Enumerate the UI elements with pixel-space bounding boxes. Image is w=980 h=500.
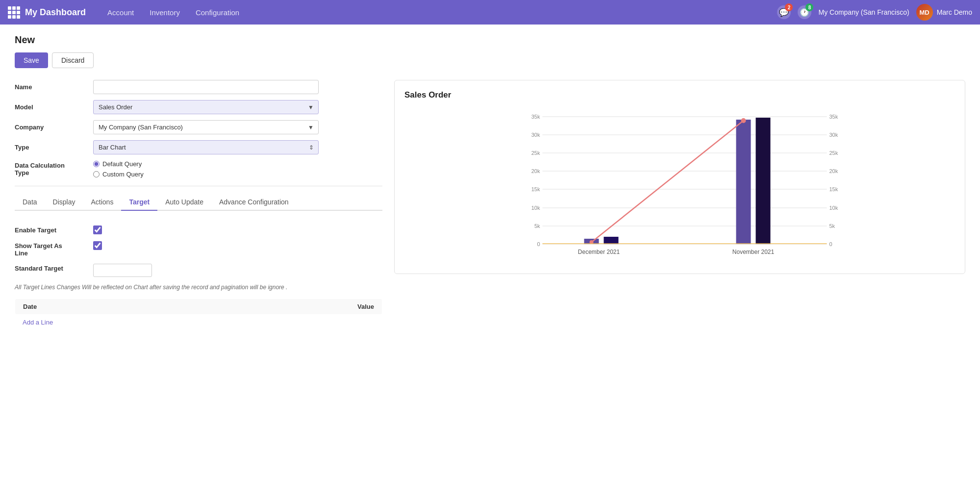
svg-text:10k: 10k <box>531 205 540 211</box>
avatar-initials: MD <box>916 4 933 21</box>
tab-auto-update[interactable]: Auto Update <box>157 194 211 211</box>
target-lines-table: Date Value <box>15 299 382 315</box>
standard-target-row: Standard Target 60.00 <box>15 264 382 277</box>
company-name: My Company (San Francisco) <box>818 8 909 16</box>
radio-custom-label: Custom Query <box>102 171 144 178</box>
xlabel-dec: December 2021 <box>578 249 620 255</box>
chart-section: Sales Order 35k 35k 30k 30k 25k 25k <box>394 80 965 274</box>
user-avatar[interactable]: MD Marc Demo <box>916 4 972 21</box>
bar-nov-1 <box>736 120 751 244</box>
svg-text:10k: 10k <box>829 205 838 211</box>
svg-text:25k: 25k <box>829 150 838 156</box>
radio-default[interactable]: Default Query <box>93 160 144 168</box>
action-buttons: Save Discard <box>15 52 965 68</box>
svg-text:0: 0 <box>829 241 832 247</box>
topnav: My Dashboard Account Inventory Configura… <box>0 0 980 25</box>
topnav-right: 💬 2 🕐 8 My Company (San Francisco) MD Ma… <box>777 4 972 21</box>
company-select[interactable]: My Company (San Francisco) <box>93 120 319 134</box>
messages-notif[interactable]: 💬 2 <box>777 5 791 19</box>
chart-title: Sales Order <box>404 90 955 100</box>
page-title: New <box>15 34 965 46</box>
svg-text:20k: 20k <box>531 168 540 174</box>
activity-count: 8 <box>805 3 813 11</box>
tab-data[interactable]: Data <box>15 194 45 211</box>
svg-text:15k: 15k <box>531 186 540 192</box>
tabs-bar: Data Display Actions Target Auto Update … <box>15 194 382 211</box>
xlabel-nov: November 2021 <box>732 249 775 255</box>
page-content: New Save Discard Name Model Sales Order … <box>0 25 980 500</box>
tab-actions[interactable]: Actions <box>83 194 121 211</box>
svg-text:5k: 5k <box>829 223 835 229</box>
svg-text:20k: 20k <box>829 168 838 174</box>
svg-text:30k: 30k <box>829 132 838 138</box>
type-field-row: Type Bar Chart ⇕ <box>15 140 382 154</box>
nav-inventory[interactable]: Inventory <box>143 5 187 20</box>
data-calc-row: Data Calculation Type Default Query Cust… <box>15 160 382 178</box>
table-header-row: Date Value <box>15 299 382 315</box>
svg-text:35k: 35k <box>829 114 838 120</box>
type-select[interactable]: Bar Chart <box>93 140 319 154</box>
type-label: Type <box>15 144 93 151</box>
show-target-checkbox[interactable] <box>93 241 102 250</box>
chart-container: 35k 35k 30k 30k 25k 25k 20k 20k 15k 15k <box>404 107 955 264</box>
svg-text:25k: 25k <box>531 150 540 156</box>
company-field-row: Company My Company (San Francisco) ▼ <box>15 120 382 134</box>
topnav-menu: Account Inventory Configuration <box>101 5 767 20</box>
activity-notif[interactable]: 🕐 8 <box>798 5 811 19</box>
nav-account[interactable]: Account <box>101 5 141 20</box>
chart-svg: 35k 35k 30k 30k 25k 25k 20k 20k 15k 15k <box>404 107 955 264</box>
name-field-row: Name <box>15 80 382 94</box>
col-value: Value <box>190 299 382 315</box>
standard-target-label: Standard Target <box>15 264 93 272</box>
tab-display[interactable]: Display <box>45 194 83 211</box>
data-calc-label: Data Calculation Type <box>15 162 93 176</box>
save-button[interactable]: Save <box>15 52 48 68</box>
bar-dec-2 <box>604 237 619 244</box>
form-section: Name Model Sales Order ▼ Company My Com <box>15 80 382 335</box>
model-select[interactable]: Sales Order <box>93 100 319 114</box>
name-label: Name <box>15 83 93 91</box>
brand-title: My Dashboard <box>25 7 86 18</box>
show-target-label: Show Target As Line <box>15 241 93 257</box>
svg-text:15k: 15k <box>829 186 838 192</box>
svg-text:30k: 30k <box>531 132 540 138</box>
brand-logo[interactable]: My Dashboard <box>8 6 86 19</box>
model-field-row: Model Sales Order ▼ <box>15 100 382 114</box>
grid-icon <box>8 6 20 19</box>
radio-default-input[interactable] <box>93 161 100 167</box>
col-date: Date <box>15 299 190 315</box>
svg-text:35k: 35k <box>531 114 540 120</box>
bar-nov-2 <box>756 118 771 244</box>
company-label: Company <box>15 124 93 131</box>
messages-count: 2 <box>785 3 793 11</box>
radio-default-label: Default Query <box>102 160 142 168</box>
main-layout: Name Model Sales Order ▼ Company My Com <box>15 80 965 335</box>
enable-target-checkbox[interactable] <box>93 225 102 234</box>
svg-text:5k: 5k <box>534 223 540 229</box>
hint-text: All Target Lines Changes Will be reflect… <box>15 284 382 291</box>
data-calc-options: Default Query Custom Query <box>93 160 144 178</box>
radio-custom-input[interactable] <box>93 171 100 177</box>
target-tab-content: Enable Target Show Target As Line Standa… <box>15 221 382 335</box>
nav-configuration[interactable]: Configuration <box>189 5 246 20</box>
form-separator <box>15 186 382 186</box>
enable-target-label: Enable Target <box>15 225 93 234</box>
add-line-link[interactable]: Add a Line <box>15 315 61 330</box>
radio-custom[interactable]: Custom Query <box>93 171 144 178</box>
svg-text:0: 0 <box>537 241 540 247</box>
enable-target-row: Enable Target <box>15 225 382 234</box>
tab-advance-config[interactable]: Advance Configuration <box>211 194 297 211</box>
standard-target-input[interactable]: 60.00 <box>93 264 152 277</box>
trend-line-dot <box>741 118 746 123</box>
discard-button[interactable]: Discard <box>52 52 94 68</box>
model-label: Model <box>15 103 93 111</box>
name-input[interactable] <box>93 80 319 94</box>
trend-line <box>592 121 744 242</box>
show-target-row: Show Target As Line <box>15 241 382 257</box>
user-name: Marc Demo <box>937 8 972 16</box>
tab-target[interactable]: Target <box>121 194 157 211</box>
